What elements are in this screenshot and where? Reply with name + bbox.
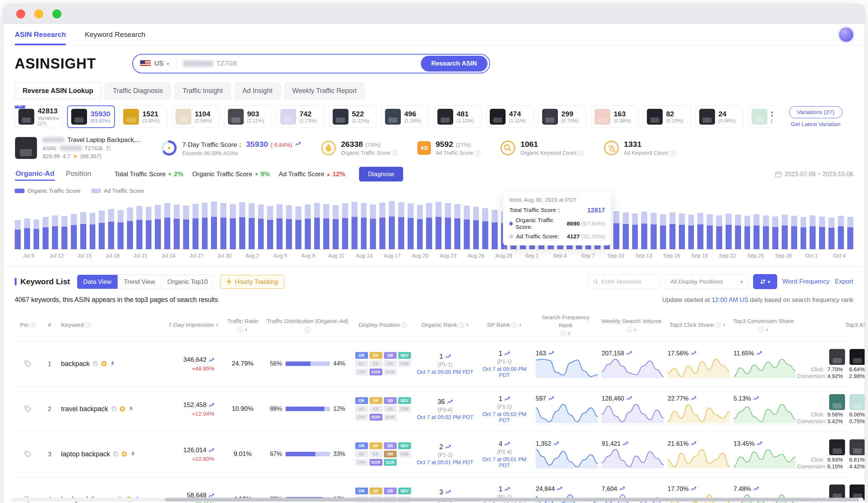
module-tab-reverse-asin-lookup[interactable]: Reverse ASIN Lookup bbox=[15, 82, 101, 99]
trend-icon[interactable] bbox=[445, 489, 451, 495]
trend-icon[interactable] bbox=[295, 141, 301, 147]
traffic-bar[interactable] bbox=[828, 218, 834, 249]
scrollbar-thumb[interactable] bbox=[165, 498, 859, 501]
trend-icon[interactable] bbox=[753, 486, 759, 492]
variation-card[interactable]: 163(0.38%) bbox=[591, 105, 639, 128]
traffic-bar[interactable] bbox=[108, 209, 114, 249]
traffic-bar[interactable] bbox=[417, 205, 423, 249]
column-header-traffic-ratio[interactable]: Traffic Ratioi▲▼ bbox=[222, 317, 263, 332]
traffic-bar[interactable] bbox=[249, 203, 255, 249]
view-toggle-data-view[interactable]: Data View bbox=[77, 275, 118, 289]
traffic-bar[interactable] bbox=[90, 213, 96, 249]
close-window-button[interactable] bbox=[16, 9, 25, 18]
info-icon[interactable]: i bbox=[670, 150, 675, 156]
traffic-bar[interactable] bbox=[61, 216, 67, 249]
hourly-tracking-button[interactable]: Hourly Tracking bbox=[220, 275, 284, 289]
traffic-bar[interactable] bbox=[164, 203, 170, 249]
traffic-bar[interactable] bbox=[230, 204, 236, 249]
traffic-bar[interactable] bbox=[688, 215, 694, 249]
trend-icon[interactable] bbox=[504, 351, 510, 357]
info-icon[interactable]: i bbox=[305, 327, 310, 332]
trend-icon[interactable] bbox=[208, 447, 214, 453]
variation-card[interactable]: 474(1.11%) bbox=[486, 105, 534, 128]
keyword-text[interactable]: laptop backpack bbox=[61, 450, 110, 458]
research-asin-button[interactable]: Research ASIN bbox=[421, 56, 487, 72]
info-icon[interactable]: i bbox=[578, 150, 584, 156]
traffic-bar[interactable] bbox=[239, 202, 245, 249]
traffic-bar[interactable] bbox=[342, 203, 348, 249]
trend-icon[interactable] bbox=[753, 395, 759, 401]
trend-icon[interactable] bbox=[691, 441, 697, 447]
trend-icon[interactable] bbox=[504, 441, 510, 447]
traffic-bar[interactable] bbox=[753, 214, 760, 249]
traffic-bar[interactable] bbox=[118, 210, 124, 249]
traffic-bar[interactable] bbox=[398, 202, 404, 249]
traffic-bar[interactable] bbox=[323, 204, 329, 249]
horizontal-scrollbar[interactable] bbox=[11, 498, 863, 501]
info-icon[interactable]: i bbox=[561, 331, 566, 337]
info-icon[interactable]: i bbox=[402, 322, 407, 328]
traffic-bar[interactable] bbox=[669, 212, 675, 249]
trend-icon[interactable] bbox=[691, 486, 697, 492]
traffic-bar[interactable] bbox=[613, 211, 619, 249]
trend-icon[interactable] bbox=[626, 395, 632, 401]
sort-order-button[interactable]: ▾ bbox=[753, 274, 777, 289]
trend-icon[interactable] bbox=[208, 357, 214, 363]
traffic-bar[interactable] bbox=[744, 216, 750, 249]
traffic-bar[interactable] bbox=[679, 213, 685, 249]
trend-icon[interactable] bbox=[445, 354, 451, 360]
traffic-bar[interactable] bbox=[810, 215, 816, 249]
traffic-bar[interactable] bbox=[408, 203, 414, 249]
variation-card[interactable]: 496(1.16%) bbox=[381, 105, 429, 128]
traffic-bar[interactable] bbox=[436, 202, 442, 249]
traffic-bar[interactable] bbox=[277, 204, 283, 249]
traffic-bar[interactable] bbox=[314, 203, 320, 249]
sort-icon[interactable]: ▲▼ bbox=[519, 323, 522, 327]
variation-card[interactable]: 1521(3.55%) bbox=[119, 105, 167, 128]
sort-icon[interactable]: ▲▼ bbox=[634, 328, 637, 332]
get-latest-variation-link[interactable]: Get Latest Variation bbox=[791, 121, 840, 127]
traffic-bar[interactable] bbox=[791, 216, 797, 249]
copy-icon[interactable] bbox=[111, 406, 117, 412]
asin-thumbnail[interactable] bbox=[849, 349, 865, 365]
column-header-top3-conversion-share[interactable]: Top3 Conversion Sharei▲▼ bbox=[730, 317, 796, 332]
keyword-search-input[interactable] bbox=[601, 278, 655, 285]
traffic-bar[interactable] bbox=[482, 208, 488, 249]
traffic-bar[interactable] bbox=[492, 210, 498, 249]
traffic-bar[interactable] bbox=[183, 206, 189, 249]
traffic-bar[interactable] bbox=[445, 203, 451, 249]
traffic-bar[interactable] bbox=[838, 216, 844, 249]
trend-icon[interactable] bbox=[447, 399, 453, 405]
trend-icon[interactable] bbox=[553, 441, 559, 447]
trend-icon[interactable] bbox=[556, 486, 562, 492]
traffic-bar[interactable] bbox=[735, 215, 741, 249]
traffic-bar[interactable] bbox=[623, 212, 629, 249]
variation-card[interactable]: 299(0.70%) bbox=[538, 105, 586, 128]
minimize-window-button[interactable] bbox=[34, 9, 43, 18]
variation-card[interactable]: 82(0.19%) bbox=[643, 105, 691, 128]
traffic-bar[interactable] bbox=[819, 216, 825, 249]
info-icon[interactable]: i bbox=[627, 327, 632, 332]
column-header-search-frequency-rank[interactable]: Search Frequency Ranki▲▼ bbox=[533, 314, 599, 337]
traffic-bar[interactable] bbox=[641, 212, 647, 249]
trend-icon[interactable] bbox=[504, 396, 510, 402]
trend-icon[interactable] bbox=[691, 395, 697, 401]
traffic-bar[interactable] bbox=[426, 203, 432, 249]
trend-icon[interactable] bbox=[445, 444, 451, 450]
variation-card[interactable]: 903(2.11%) bbox=[224, 105, 272, 128]
traffic-bar[interactable] bbox=[763, 215, 769, 249]
traffic-bar[interactable] bbox=[782, 215, 788, 249]
view-toggle-trend-view[interactable]: Trend View bbox=[118, 275, 162, 289]
variation-card[interactable]: 24(0.06%) bbox=[695, 105, 743, 128]
asin-thumbnail[interactable] bbox=[829, 349, 845, 365]
module-tab-traffic-insight[interactable]: Traffic Insight bbox=[174, 82, 231, 99]
copy-icon[interactable] bbox=[113, 451, 119, 457]
trend-icon[interactable] bbox=[756, 441, 763, 447]
pin-button[interactable] bbox=[15, 360, 41, 368]
traffic-bar[interactable] bbox=[295, 206, 301, 249]
sort-icon[interactable]: ▲▼ bbox=[722, 323, 725, 327]
traffic-bar[interactable] bbox=[258, 204, 264, 249]
export-link[interactable]: Export bbox=[835, 278, 853, 285]
display-positions-select[interactable]: All Display Positions ▾ bbox=[666, 274, 748, 289]
traffic-bar[interactable] bbox=[286, 205, 292, 249]
